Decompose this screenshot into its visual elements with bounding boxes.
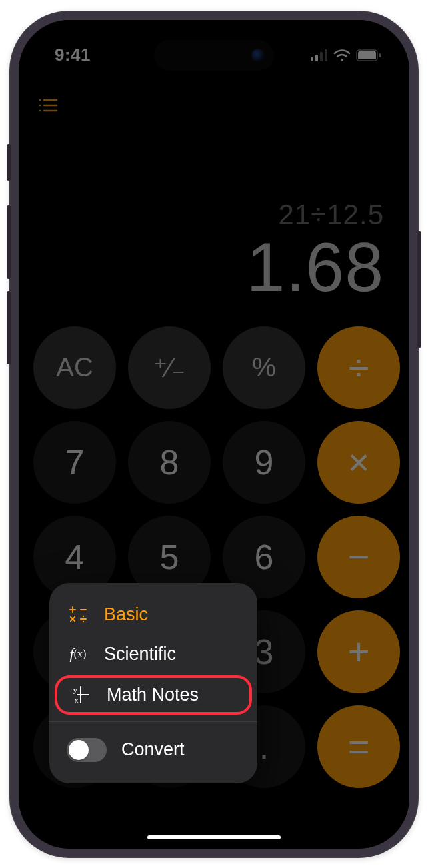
key-minus[interactable]: − [317, 516, 400, 598]
volume-up-button[interactable] [7, 205, 11, 279]
mode-convert[interactable]: Convert [49, 729, 257, 771]
convert-toggle[interactable] [67, 738, 107, 762]
mode-math-notes[interactable]: y x Math Notes [55, 675, 252, 715]
key-percent[interactable]: % [223, 326, 305, 409]
basic-mode-icon [67, 605, 89, 624]
svg-text:y: y [73, 686, 77, 694]
mode-scientific[interactable]: f(x) Scientific [49, 634, 257, 674]
mode-basic[interactable]: Basic [49, 595, 257, 634]
display-area: 21÷12.5 1.68 [19, 199, 409, 304]
mode-basic-label: Basic [104, 604, 148, 625]
mode-math-notes-label: Math Notes [107, 685, 199, 705]
key-sign[interactable]: ⁺⁄₋ [128, 326, 211, 409]
svg-point-27 [83, 616, 84, 617]
menu-separator [49, 721, 257, 722]
app-top-row [19, 87, 409, 119]
key-9[interactable]: 9 [223, 421, 305, 504]
key-8[interactable]: 8 [128, 421, 211, 504]
volume-down-button[interactable] [7, 291, 11, 364]
key-equals[interactable]: = [317, 705, 400, 788]
svg-text:x: x [75, 696, 79, 704]
key-plus[interactable]: + [317, 610, 400, 693]
math-notes-icon: y x [69, 685, 92, 705]
mode-scientific-label: Scientific [104, 644, 176, 665]
screen: 9:41 [19, 20, 409, 849]
svg-point-10 [39, 104, 41, 105]
home-indicator[interactable] [147, 835, 281, 839]
svg-point-8 [39, 99, 41, 100]
phone-frame: 9:41 [9, 11, 419, 858]
expression-text: 21÷12.5 [44, 199, 384, 231]
result-text: 1.68 [44, 231, 384, 304]
scientific-mode-icon: f(x) [67, 645, 89, 663]
power-button[interactable] [417, 231, 421, 348]
key-multiply[interactable]: × [317, 421, 400, 504]
list-icon [38, 97, 58, 113]
key-7[interactable]: 7 [33, 421, 116, 504]
svg-point-12 [39, 109, 41, 111]
key-ac[interactable]: AC [33, 326, 116, 409]
mode-convert-label: Convert [121, 739, 185, 760]
mode-menu: Basic f(x) Scientific y x [49, 583, 257, 783]
silence-switch[interactable] [7, 144, 11, 181]
svg-point-29 [83, 621, 84, 622]
key-divide[interactable]: ÷ [317, 326, 400, 409]
history-button[interactable] [35, 92, 61, 119]
